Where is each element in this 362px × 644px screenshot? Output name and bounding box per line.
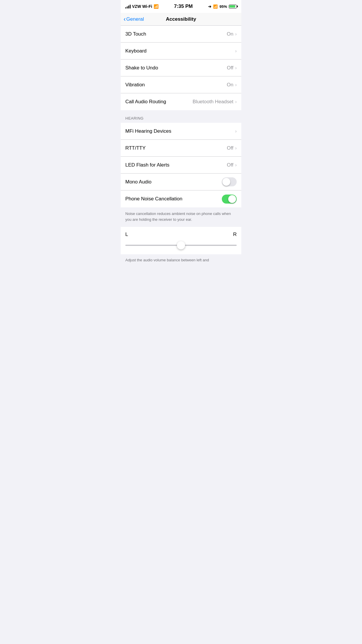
vibration-label: Vibration [125,82,227,88]
shake-to-undo-row[interactable]: Shake to Undo Off › [121,60,241,76]
phone-noise-cancellation-toggle[interactable] [222,195,237,204]
hearing-section-header: HEARING [121,110,241,123]
chevron-icon: › [235,65,237,71]
audio-balance-section: L R [121,227,241,254]
right-channel-label: R [233,232,237,237]
3d-touch-row[interactable]: 3D Touch On › [121,26,241,43]
chevron-icon: › [235,48,237,54]
phone-noise-cancellation-row[interactable]: Phone Noise Cancellation [121,190,241,207]
mfi-hearing-devices-label: MFi Hearing Devices [125,128,235,134]
carrier-label: VZW Wi-Fi [132,4,152,9]
slider-track [125,245,237,246]
wifi-icon: 📶 [154,4,159,9]
noise-cancellation-text: Noise cancellation reduces ambient noise… [125,211,237,222]
signal-icon [125,5,131,8]
battery-percent: 95% [219,4,227,9]
3d-touch-label: 3D Touch [125,31,227,37]
audio-balance-slider[interactable] [125,241,237,250]
status-right: ➔ 📶 95% [208,4,237,9]
slider-thumb[interactable] [177,241,185,249]
page-title: Accessibility [166,16,196,22]
chevron-icon: › [235,162,237,168]
battery-icon [229,5,237,8]
bottom-description: Adjust the audio volume balance between … [121,254,241,266]
location-icon: ➔ [208,4,211,9]
status-left: VZW Wi-Fi 📶 [125,4,159,9]
status-bar: VZW Wi-Fi 📶 7:35 PM ➔ 📶 95% [121,0,241,13]
noise-cancellation-description: Noise cancellation reduces ambient noise… [121,207,241,227]
chevron-icon: › [235,32,237,37]
time-label: 7:35 PM [174,4,193,9]
rtt-tty-row[interactable]: RTT/TTY Off › [121,140,241,157]
rtt-tty-label: RTT/TTY [125,145,227,151]
back-label: General [126,16,144,22]
call-audio-routing-row[interactable]: Call Audio Routing Bluetooth Headset › [121,93,241,110]
shake-to-undo-value: Off [227,65,233,71]
interaction-settings-group: 3D Touch On › Keyboard › Shake to Undo O… [121,26,241,110]
toggle-knob [228,195,236,203]
mono-audio-toggle[interactable] [222,177,237,186]
3d-touch-value: On [227,31,233,37]
vibration-row[interactable]: Vibration On › [121,76,241,93]
bottom-description-text: Adjust the audio volume balance between … [125,257,237,263]
left-channel-label: L [125,232,128,237]
rtt-tty-value: Off [227,145,233,151]
nav-bar: ‹ General Accessibility [121,13,241,26]
back-chevron-icon: ‹ [124,16,126,22]
hearing-settings-group: MFi Hearing Devices › RTT/TTY Off › LED … [121,123,241,207]
led-flash-value: Off [227,162,233,168]
toggle-knob [222,178,230,186]
mono-audio-label: Mono Audio [125,179,222,185]
bluetooth-icon: 📶 [213,4,218,9]
back-button[interactable]: ‹ General [124,16,144,22]
vibration-value: On [227,82,233,88]
chevron-icon: › [235,82,237,88]
keyboard-row[interactable]: Keyboard › [121,43,241,60]
mono-audio-row[interactable]: Mono Audio [121,174,241,190]
phone-noise-cancellation-label: Phone Noise Cancellation [125,196,222,202]
led-flash-label: LED Flash for Alerts [125,162,227,168]
call-audio-routing-label: Call Audio Routing [125,99,193,105]
chevron-icon: › [235,99,237,104]
led-flash-row[interactable]: LED Flash for Alerts Off › [121,157,241,174]
shake-to-undo-label: Shake to Undo [125,65,227,71]
balance-labels: L R [125,232,237,237]
call-audio-routing-value: Bluetooth Headset [193,99,233,105]
mfi-hearing-devices-row[interactable]: MFi Hearing Devices › [121,123,241,140]
chevron-icon: › [235,129,237,134]
chevron-icon: › [235,146,237,151]
keyboard-label: Keyboard [125,48,235,54]
